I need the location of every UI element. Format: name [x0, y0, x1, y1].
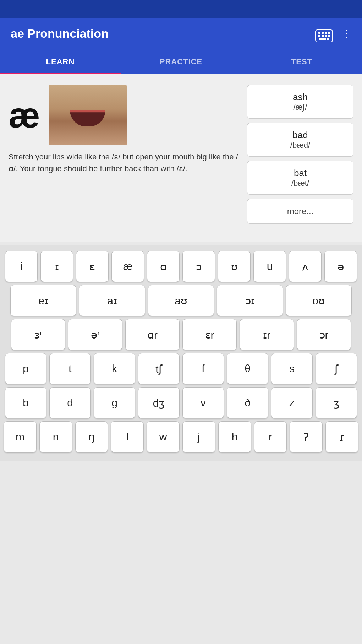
key-ou[interactable]: oʊ: [286, 285, 352, 316]
tab-bar: LEARN PRACTICE TEST: [0, 49, 362, 74]
tab-test[interactable]: TEST: [241, 49, 362, 74]
key-f[interactable]: f: [182, 353, 224, 384]
key-r[interactable]: r: [254, 421, 287, 453]
key-ezh[interactable]: ʒ: [316, 387, 357, 418]
key-dzh[interactable]: dʒ: [138, 387, 180, 418]
keyboard-row-6: m n ŋ l w j h r ʔ ɾ: [4, 421, 358, 453]
key-schwa[interactable]: ə: [324, 251, 357, 282]
key-s[interactable]: s: [271, 353, 313, 384]
key-b[interactable]: b: [5, 387, 46, 418]
word-card-ash[interactable]: ash /æʃ/: [247, 85, 353, 119]
key-u[interactable]: u: [253, 251, 286, 282]
app-title: ae Pronunciation: [11, 27, 109, 40]
key-d[interactable]: d: [49, 387, 91, 418]
key-open-o[interactable]: ɔ: [182, 251, 215, 282]
phoneme-display: æ: [9, 85, 240, 145]
key-glottal-stop[interactable]: ʔ: [290, 421, 323, 453]
top-section: æ Stretch your lips wide like the /ɛ/ bu…: [9, 85, 353, 224]
key-h[interactable]: h: [218, 421, 251, 453]
key-n[interactable]: n: [39, 421, 72, 453]
more-words-button[interactable]: more...: [247, 199, 353, 224]
right-panel: ash /æʃ/ bad /bæd/ bat /bæt/ more...: [247, 85, 353, 224]
key-z[interactable]: z: [271, 387, 313, 418]
word-bat: bat: [294, 168, 307, 179]
key-au[interactable]: aʊ: [148, 285, 214, 316]
key-ar[interactable]: ɑr: [125, 319, 180, 350]
key-k[interactable]: k: [94, 353, 135, 384]
key-v[interactable]: v: [182, 387, 224, 418]
more-options-button[interactable]: ⋮: [341, 28, 351, 39]
key-epsilon[interactable]: ɛ: [76, 251, 109, 282]
ipa-bat: /bæt/: [291, 179, 309, 188]
key-eng[interactable]: ŋ: [75, 421, 108, 453]
key-eth[interactable]: ð: [227, 387, 268, 418]
key-oi[interactable]: ɔɪ: [217, 285, 283, 316]
key-ae[interactable]: æ: [111, 251, 144, 282]
status-bar: [0, 0, 362, 18]
key-flap[interactable]: ɾ: [325, 421, 358, 453]
main-content: æ Stretch your lips wide like the /ɛ/ bu…: [0, 74, 362, 242]
key-ir[interactable]: ɪr: [240, 319, 294, 350]
key-p[interactable]: p: [5, 353, 46, 384]
keyboard-row-5: b d g dʒ v ð z ʒ: [4, 387, 358, 418]
word-bad: bad: [292, 130, 308, 141]
key-ai[interactable]: aɪ: [79, 285, 145, 316]
ipa-ash: /æʃ/: [294, 103, 307, 112]
key-w[interactable]: w: [147, 421, 180, 453]
key-esh[interactable]: ʃ: [316, 353, 357, 384]
phoneme-description: Stretch your lips wide like the /ɛ/ but …: [9, 151, 240, 174]
key-epsilon-r[interactable]: ɛr: [182, 319, 237, 350]
tab-practice[interactable]: PRACTICE: [121, 49, 241, 74]
key-l[interactable]: l: [111, 421, 144, 453]
key-er-stressed[interactable]: ɜʳ: [11, 319, 65, 350]
mouth-image: [49, 85, 127, 145]
word-ash: ash: [293, 92, 308, 103]
keyboard-row-3: ɜʳ əʳ ɑr ɛr ɪr ɔr: [4, 319, 358, 350]
key-m[interactable]: m: [4, 421, 37, 453]
key-schwa-r[interactable]: əʳ: [68, 319, 122, 350]
ipa-bad: /bæd/: [290, 141, 310, 150]
key-theta[interactable]: θ: [227, 353, 268, 384]
key-tsh[interactable]: tʃ: [138, 353, 180, 384]
keyboard-icon: [315, 29, 333, 42]
key-ei[interactable]: eɪ: [10, 285, 76, 316]
word-card-bat[interactable]: bat /bæt/: [247, 161, 353, 195]
keyboard-row-1: i ɪ ɛ æ ɑ ɔ ʊ u ʌ ə: [4, 251, 358, 282]
app-bar: ae Pronunciation: [0, 18, 362, 49]
keyboard-row-4: p t k tʃ f θ s ʃ: [4, 353, 358, 384]
key-g[interactable]: g: [94, 387, 135, 418]
keyboard-row-2: eɪ aɪ aʊ ɔɪ oʊ: [4, 285, 358, 316]
key-i[interactable]: i: [5, 251, 38, 282]
left-panel: æ Stretch your lips wide like the /ɛ/ bu…: [9, 85, 240, 224]
app-bar-actions: ⋮: [315, 25, 351, 42]
key-script-a[interactable]: ɑ: [147, 251, 180, 282]
key-upsilon[interactable]: ʊ: [218, 251, 251, 282]
key-wedge[interactable]: ʌ: [289, 251, 322, 282]
ipa-keyboard: i ɪ ɛ æ ɑ ɔ ʊ u ʌ ə eɪ aɪ aʊ ɔɪ oʊ ɜʳ əʳ…: [0, 245, 362, 461]
phoneme-symbol: æ: [9, 97, 40, 133]
word-card-bad[interactable]: bad /bæd/: [247, 123, 353, 157]
keyboard-toggle-button[interactable]: [315, 25, 333, 42]
key-j[interactable]: j: [182, 421, 215, 453]
key-t[interactable]: t: [49, 353, 91, 384]
key-or[interactable]: ɔr: [297, 319, 351, 350]
tab-learn[interactable]: LEARN: [0, 49, 121, 74]
key-small-capital-i[interactable]: ɪ: [40, 251, 73, 282]
